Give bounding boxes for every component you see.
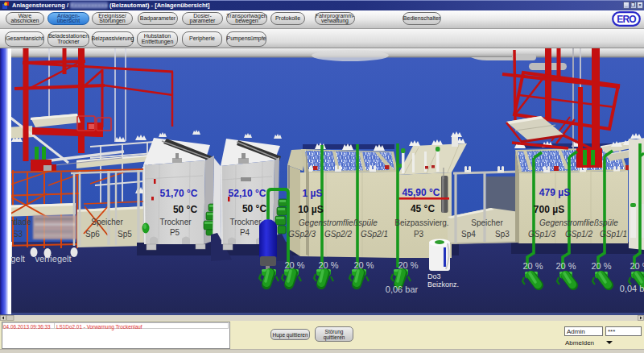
- svg-text:Gegenstromfließspüle: Gegenstromfließspüle: [299, 218, 378, 227]
- svg-text:P3: P3: [414, 230, 424, 239]
- svg-text:Sp3: Sp3: [495, 230, 510, 239]
- svg-text:GSp1/1: GSp1/1: [600, 230, 627, 239]
- svg-text:20 %: 20 %: [555, 261, 576, 271]
- svg-text:52,10 °C: 52,10 °C: [229, 188, 266, 199]
- svg-text:Speicher: Speicher: [91, 218, 123, 226]
- svg-text:45 °C: 45 °C: [411, 203, 435, 214]
- svg-text:20 %: 20 %: [522, 261, 543, 271]
- svg-text:GSp2/3: GSp2/3: [288, 230, 316, 239]
- svg-text:0,06 bar: 0,06 bar: [386, 284, 419, 294]
- svg-text:51,70 °C: 51,70 °C: [160, 188, 198, 199]
- svg-text:Beizkonz.: Beizkonz.: [427, 280, 459, 289]
- svg-text:Trockner: Trockner: [229, 218, 262, 226]
- svg-text:20 %: 20 %: [284, 260, 304, 270]
- svg-text:GSp1/2: GSp1/2: [565, 230, 592, 239]
- svg-text:Do3: Do3: [427, 272, 441, 280]
- svg-text:20 %: 20 %: [630, 261, 644, 271]
- svg-text:Sp5: Sp5: [118, 230, 132, 239]
- svg-text:GSp1/3: GSp1/3: [528, 230, 555, 239]
- svg-text:20 %: 20 %: [318, 260, 338, 270]
- svg-text:Beizpassivierg.: Beizpassivierg.: [394, 218, 448, 227]
- svg-text:ntlade: ntlade: [9, 218, 31, 226]
- svg-text:10 µS: 10 µS: [298, 204, 324, 215]
- svg-text:50 °C: 50 °C: [242, 203, 266, 214]
- svg-text:S3: S3: [13, 230, 23, 239]
- svg-text:700 µS: 700 µS: [534, 204, 564, 215]
- svg-text:Speicher: Speicher: [471, 218, 503, 227]
- svg-text:50 °C: 50 °C: [173, 204, 197, 215]
- svg-text:20 %: 20 %: [353, 260, 374, 270]
- svg-text:ERO: ERO: [617, 14, 636, 25]
- svg-text:20 %: 20 %: [398, 260, 418, 270]
- svg-text:Trockner: Trockner: [159, 218, 192, 226]
- svg-text:GSp2/1: GSp2/1: [361, 230, 388, 239]
- svg-text:verriegelt: verriegelt: [35, 254, 71, 264]
- svg-text:GSp2/2: GSp2/2: [324, 230, 352, 239]
- svg-text:479 µS: 479 µS: [539, 187, 570, 198]
- svg-text:Gegenstromfließspüle: Gegenstromfließspüle: [539, 218, 618, 227]
- svg-text:45,90 °C: 45,90 °C: [402, 187, 440, 198]
- svg-text:0,04 bar: 0,04 bar: [620, 284, 644, 293]
- svg-text:P4: P4: [240, 228, 250, 237]
- svg-text:20 %: 20 %: [591, 261, 611, 271]
- svg-text:P5: P5: [170, 228, 180, 237]
- svg-text:1 µS: 1 µS: [303, 188, 323, 199]
- svg-text:Sp4: Sp4: [461, 230, 476, 239]
- svg-text:Sp6: Sp6: [85, 230, 100, 239]
